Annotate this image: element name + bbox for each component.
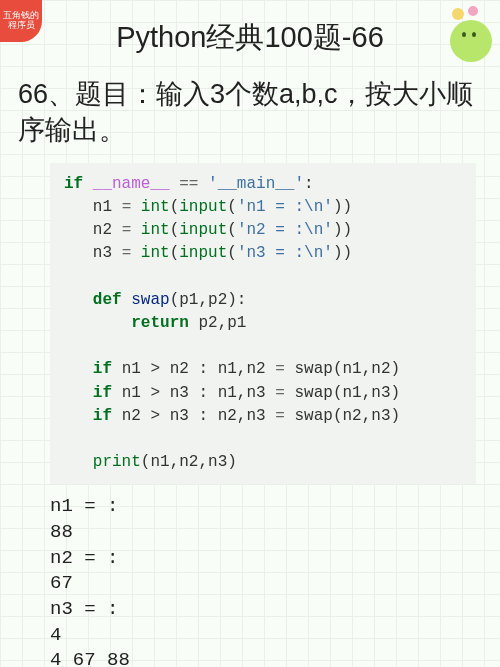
- cond1: n1 > n2 : n1,n2: [122, 360, 266, 378]
- retvals: p2,p1: [198, 314, 246, 332]
- cond2: n1 > n3 : n1,n3: [122, 384, 266, 402]
- builtin-int2: int: [141, 221, 170, 239]
- builtin-input2: input: [179, 221, 227, 239]
- kw-if2: if: [93, 360, 112, 378]
- kw-def: def: [93, 291, 122, 309]
- kw-if: if: [64, 175, 83, 193]
- str-n1: 'n1 = :\n': [237, 198, 333, 216]
- builtin-print: print: [93, 453, 141, 471]
- corner-badge: 五角钱的 程序员: [0, 0, 42, 42]
- output-block: n1 = : 88 n2 = : 67 n3 = : 4 4 67 88: [50, 494, 476, 667]
- kw-return: return: [131, 314, 189, 332]
- builtin-input3: input: [179, 244, 227, 262]
- kw-if3: if: [93, 384, 112, 402]
- str-n2: 'n2 = :\n': [237, 221, 333, 239]
- fn-swap: swap: [131, 291, 169, 309]
- var-n2: n2: [93, 221, 112, 239]
- str-n3: 'n3 = :\n': [237, 244, 333, 262]
- var-n3: n3: [93, 244, 112, 262]
- builtin-int3: int: [141, 244, 170, 262]
- var-n1: n1: [93, 198, 112, 216]
- builtin-input: input: [179, 198, 227, 216]
- balloon-decoration: [446, 6, 492, 66]
- op-eq: ==: [179, 175, 198, 193]
- params: (p1,p2):: [170, 291, 247, 309]
- call3: swap(n2,n3): [294, 407, 400, 425]
- str-main: '__main__': [208, 175, 304, 193]
- call1: swap(n1,n2): [294, 360, 400, 378]
- op-eq3: =: [275, 407, 285, 425]
- printargs: (n1,n2,n3): [141, 453, 237, 471]
- op-assign3: =: [122, 244, 132, 262]
- call2: swap(n1,n3): [294, 384, 400, 402]
- badge-line2: 程序员: [2, 21, 40, 31]
- code-block: if __name__ == '__main__': n1 = int(inpu…: [50, 163, 476, 484]
- op-eq1: =: [275, 360, 285, 378]
- page-title: Python经典100题-66: [0, 0, 500, 58]
- kw-if4: if: [93, 407, 112, 425]
- cond3: n2 > n3 : n2,n3: [122, 407, 266, 425]
- op-assign: =: [122, 198, 132, 216]
- dunder-name: __name__: [93, 175, 170, 193]
- op-assign2: =: [122, 221, 132, 239]
- op-eq2: =: [275, 384, 285, 402]
- builtin-int: int: [141, 198, 170, 216]
- question-text: 66、题目：输入3个数a,b,c，按大小顺序输出。: [0, 58, 500, 159]
